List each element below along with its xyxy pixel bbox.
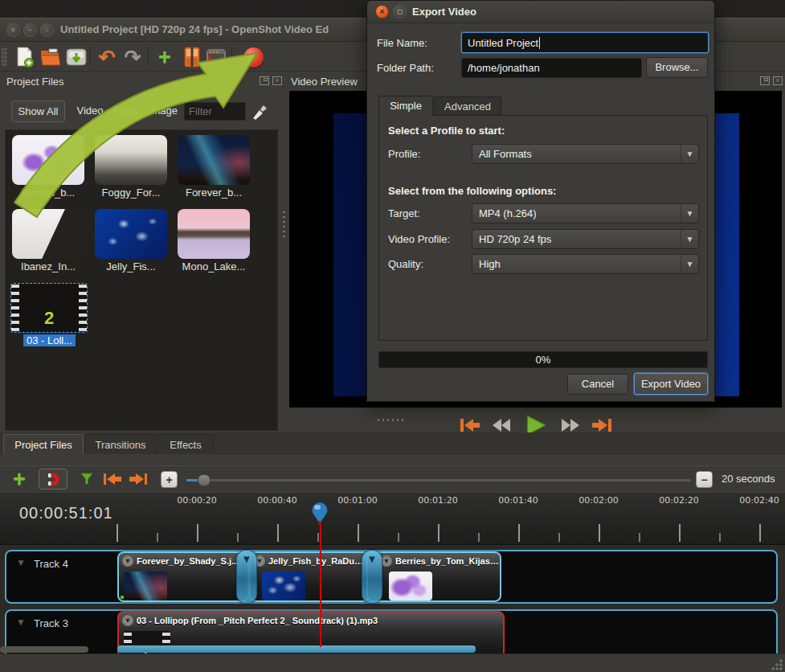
file-label[interactable]: Forever_b... <box>174 186 254 199</box>
chevron-down-icon[interactable]: ▼ <box>16 557 26 568</box>
clip-thumbnail <box>389 572 432 600</box>
jump-to-end-button[interactable] <box>591 416 612 434</box>
playhead-line <box>320 522 321 647</box>
openshot-application: × − ▫ Untitled Project [HD 720p 24 fps] … <box>0 0 785 672</box>
chevron-down-icon: ▼ <box>237 553 256 565</box>
file-label[interactable]: Foggy_For... <box>91 186 171 199</box>
tab-transitions[interactable]: Transitions <box>85 434 156 454</box>
tab-advanced[interactable]: Advanced <box>434 96 501 116</box>
file-label[interactable]: Berries_b... <box>8 186 88 199</box>
timeline-corner-bar <box>0 646 88 653</box>
zoom-in-button[interactable]: + <box>161 471 178 488</box>
undo-icon: ↶ <box>99 48 116 66</box>
export-video-button[interactable] <box>241 45 265 69</box>
window-title: Untitled Project [HD 720p 24 fps] - Open… <box>60 23 329 35</box>
clip-menu-chevron-icon[interactable]: ▼ <box>381 555 392 567</box>
file-thumbnail-lollipop-audio[interactable]: 2 <box>10 283 88 333</box>
new-project-button[interactable] <box>13 45 37 69</box>
clear-filter-brush-icon[interactable] <box>251 102 268 120</box>
export-video-dialog: × Export Video File Name: Untitled Proje… <box>366 0 715 402</box>
transition-1[interactable]: ▼ <box>236 550 257 604</box>
timeline-horizontal-scrollbar[interactable] <box>117 645 476 653</box>
tab-project-files[interactable]: Project Files <box>3 434 84 454</box>
filter-audio-button[interactable]: Audio <box>108 100 143 122</box>
clip-menu-chevron-icon[interactable]: ▼ <box>122 555 133 567</box>
file-thumbnail-foggy[interactable] <box>95 135 167 185</box>
zoom-slider-handle[interactable] <box>198 474 211 486</box>
transition-2[interactable]: ▼ <box>362 550 382 604</box>
dialog-close-icon[interactable]: × <box>375 5 389 18</box>
dialog-title-bar[interactable]: × Export Video <box>367 1 714 23</box>
dialog-maximize-icon[interactable] <box>393 5 407 18</box>
clip-jelly-fish[interactable]: Jelly_Fish_by_RaDu_G... ▼ <box>249 551 370 602</box>
file-label-selected[interactable]: 03 - Loll... <box>23 334 76 346</box>
panel-float-icon[interactable] <box>760 76 770 85</box>
file-label[interactable]: Jelly_Fis... <box>91 260 171 272</box>
quality-dropdown[interactable]: High ▼ <box>472 254 699 274</box>
export-confirm-button[interactable]: Export Video <box>634 373 708 395</box>
window-close-icon[interactable]: × <box>6 23 20 37</box>
add-marker-button[interactable] <box>77 469 96 490</box>
zoom-out-button[interactable]: − <box>696 471 713 488</box>
panel-close-icon[interactable]: × <box>272 76 282 85</box>
cancel-button[interactable]: Cancel <box>567 374 628 395</box>
file-name-input[interactable]: Untitled Project <box>461 32 709 53</box>
previous-marker-button[interactable] <box>101 469 124 490</box>
chevron-down-icon[interactable]: ▼ <box>16 617 26 628</box>
plus-icon: + <box>13 469 26 489</box>
browse-button[interactable]: Browse... <box>646 57 708 78</box>
arrow-to-start-icon <box>103 472 122 486</box>
folder-path-input[interactable]: /home/jonathan <box>461 58 642 78</box>
choose-profile-button[interactable] <box>180 45 204 69</box>
panel-float-icon[interactable] <box>260 76 269 85</box>
undo-button[interactable]: ↶ <box>95 45 119 69</box>
file-thumbnail-berries[interactable] <box>12 135 84 185</box>
snapping-toggle-button[interactable] <box>39 469 67 490</box>
next-marker-button[interactable] <box>127 469 149 490</box>
timeline-zoom-slider[interactable] <box>186 479 691 481</box>
filter-video-button[interactable]: Video <box>72 100 108 122</box>
panel-splitter-handle[interactable] <box>283 210 285 237</box>
fast-forward-button[interactable] <box>559 416 580 434</box>
profile-dropdown[interactable]: All Formats ▼ <box>472 144 699 164</box>
file-thumbnail-jelly[interactable] <box>95 209 167 259</box>
ruler-tick-label: 00:00:20 <box>177 495 216 506</box>
clip-berries[interactable]: Berries_by_Tom_Kijas.j... ▼ <box>366 551 501 602</box>
file-thumbnail-mono-lake[interactable] <box>178 209 250 259</box>
jump-to-start-button[interactable] <box>460 416 480 434</box>
rewind-button[interactable] <box>492 416 513 434</box>
video-profile-dropdown[interactable]: HD 720p 24 fps ▼ <box>472 229 699 249</box>
fullscreen-button[interactable] <box>204 45 228 69</box>
clip-menu-chevron-icon[interactable]: ▼ <box>122 615 133 626</box>
resize-grip[interactable] <box>771 659 783 670</box>
file-thumbnail-ibanez[interactable] <box>12 209 84 259</box>
track-4-strip[interactable]: ▼ Track 4 Forever_by_Shady_S.j... ▼ Jell… <box>5 550 778 604</box>
window-minimize-icon[interactable]: − <box>23 23 37 37</box>
import-files-button[interactable]: + <box>153 45 177 69</box>
timeline-splitter-handle[interactable] <box>378 419 405 421</box>
save-project-button[interactable] <box>64 45 88 69</box>
filter-input[interactable] <box>184 102 246 121</box>
timeline-ruler[interactable]: 00:00:51:01 00:00:20 00:00:40 00:01:00 0… <box>0 493 785 545</box>
add-track-button[interactable]: + <box>8 469 31 490</box>
playhead-icon <box>310 501 329 527</box>
file-label[interactable]: Ibanez_In... <box>8 260 88 272</box>
target-dropdown[interactable]: MP4 (h.264) ▼ <box>472 203 699 223</box>
redo-button[interactable]: ↷ <box>121 45 145 69</box>
filter-image-button[interactable]: Image <box>145 100 182 122</box>
marker-icon <box>80 472 94 486</box>
filter-show-all-button[interactable]: Show All <box>11 100 65 122</box>
lower-tabs-bar: Project Files Transitions Effects <box>0 432 785 454</box>
text-caret <box>539 37 540 49</box>
tab-effects[interactable]: Effects <box>157 434 214 454</box>
panel-close-icon[interactable]: × <box>773 76 783 85</box>
open-project-button[interactable] <box>39 45 63 69</box>
window-maximize-icon[interactable]: ▫ <box>40 23 54 37</box>
playhead-marker[interactable] <box>310 501 329 530</box>
toolbar-grip-handle[interactable] <box>2 48 7 66</box>
clip-forever[interactable]: Forever_by_Shady_S.j... ▼ <box>117 551 249 602</box>
tab-simple[interactable]: Simple <box>378 96 433 116</box>
project-files-list[interactable]: Berries_b... Foggy_For... Forever_b... I… <box>5 129 278 431</box>
file-label[interactable]: Mono_Lake... <box>174 260 254 272</box>
file-thumbnail-forever[interactable] <box>178 135 250 185</box>
